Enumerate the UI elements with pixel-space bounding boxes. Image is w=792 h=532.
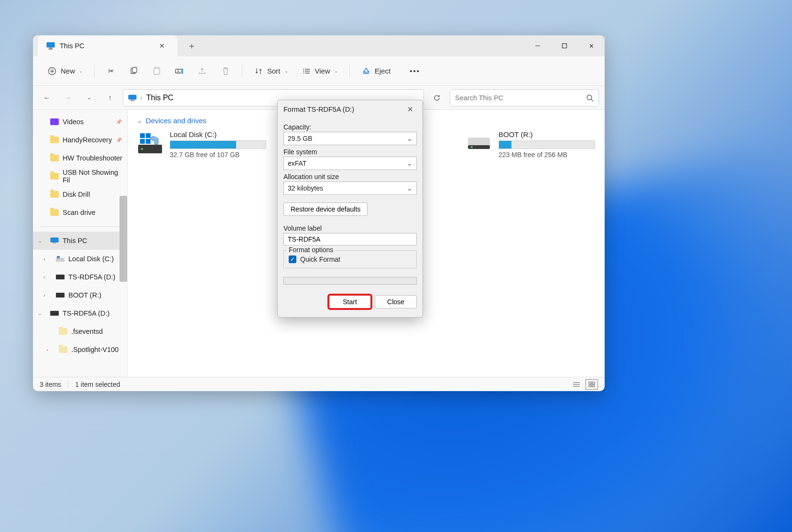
copy-icon [129, 66, 139, 76]
back-button[interactable]: ← [39, 90, 55, 106]
sidebar-item-scandrive[interactable]: Scan drive [33, 203, 127, 222]
svg-rect-23 [131, 100, 134, 101]
svg-rect-48 [589, 385, 591, 387]
dialog-close-button[interactable]: ✕ [403, 103, 417, 116]
folder-icon [50, 209, 59, 216]
rename-icon: A [175, 66, 184, 76]
sidebar-item-videos[interactable]: Videos [33, 113, 127, 131]
sidebar-item-thispc[interactable]: ⌄This PC [33, 232, 127, 250]
svg-rect-38 [140, 139, 145, 144]
svg-rect-46 [589, 382, 591, 384]
volume-label-input[interactable] [283, 233, 417, 245]
maximize-button[interactable] [551, 35, 578, 56]
chevron-down-icon: ⌄ [79, 68, 83, 74]
sort-icon [254, 66, 263, 76]
sidebar-item-localdisk[interactable]: ›Local Disk (C:) [33, 250, 127, 268]
sidebar-item-tsrdf5a-expanded[interactable]: ⌄TS-RDF5A (D:) [33, 304, 127, 322]
format-progress-bar [283, 277, 417, 285]
quick-format-checkbox[interactable]: Quick Format [289, 255, 412, 263]
svg-rect-36 [140, 133, 145, 138]
external-drive-icon [466, 130, 492, 156]
tiles-view-button[interactable] [586, 379, 598, 390]
capacity-label: Capacity: [283, 123, 417, 131]
view-button[interactable]: View ⌄ [296, 62, 344, 80]
format-dialog: Format TS-RDF5A (D:) ✕ Capacity: 29.5 GB… [277, 100, 423, 318]
drive-boot-r[interactable]: BOOT (R:) 223 MB free of 256 MB [466, 130, 595, 159]
copy-button[interactable] [123, 62, 144, 80]
rename-button[interactable]: A [169, 62, 190, 80]
forward-button[interactable]: → [60, 90, 76, 106]
tab-this-pc[interactable]: This PC ✕ [38, 35, 177, 56]
chevron-right-icon: › [46, 347, 48, 352]
svg-rect-39 [146, 139, 151, 144]
sidebar-item-spotlight[interactable]: ›.Spotlight-V100 [33, 340, 127, 359]
sidebar-item-hwtroubleshooter[interactable]: HW Troubleshooter [33, 149, 127, 167]
delete-button[interactable] [215, 62, 236, 80]
filesystem-select[interactable]: exFAT [283, 157, 417, 170]
sort-button[interactable]: Sort ⌄ [248, 62, 294, 80]
drive-icon [56, 275, 65, 279]
clipboard-icon [152, 66, 162, 76]
close-window-button[interactable]: ✕ [578, 35, 605, 56]
breadcrumb-location[interactable]: This PC [146, 94, 174, 102]
folder-icon [50, 173, 59, 180]
format-options-fieldset: Format options Quick Format [283, 250, 417, 268]
chevron-right-icon: › [43, 274, 45, 280]
drive-local-disk-c[interactable]: Local Disk (C:) 32.7 GB free of 107 GB [137, 130, 266, 159]
titlebar: This PC ✕ ＋ ✕ [33, 35, 605, 56]
start-button[interactable]: Start [329, 295, 371, 309]
svg-point-35 [141, 148, 143, 150]
status-bar: 3 items 1 item selected [33, 377, 605, 391]
svg-rect-28 [53, 243, 56, 244]
folder-icon [50, 191, 59, 198]
details-view-button[interactable] [570, 379, 583, 390]
sidebar-item-diskdrill[interactable]: Disk Drill [33, 185, 127, 203]
svg-rect-27 [51, 238, 58, 242]
drive-icon [56, 256, 65, 262]
search-input[interactable] [455, 94, 586, 102]
svg-rect-11 [155, 67, 158, 68]
more-button[interactable]: ••• [404, 62, 426, 80]
allocation-select[interactable]: 32 kilobytes [283, 181, 417, 195]
checkbox-icon [289, 255, 296, 263]
svg-rect-49 [592, 385, 595, 387]
eject-button[interactable]: Eject [356, 62, 396, 80]
svg-rect-22 [129, 95, 136, 99]
new-tab-button[interactable]: ＋ [182, 36, 201, 55]
capacity-select[interactable]: 29.5 GB [283, 132, 417, 145]
sidebar-item-handyrecovery[interactable]: HandyRecovery [33, 131, 127, 149]
restore-defaults-button[interactable]: Restore device defaults [283, 202, 368, 216]
sidebar-item-usbnotshowing[interactable]: USB Not Showing Fil [33, 167, 127, 185]
up-button[interactable]: ↑ [102, 90, 118, 106]
sidebar-item-tsrdf5a[interactable]: ›TS-RDF5A (D:) [33, 268, 127, 286]
chevron-down-icon: ⌄ [38, 310, 42, 317]
refresh-button[interactable] [429, 90, 445, 106]
chevron-right-icon: › [43, 256, 45, 262]
sidebar-item-boot[interactable]: ›BOOT (R:) [33, 286, 127, 304]
svg-rect-1 [49, 48, 52, 49]
new-button[interactable]: New ⌄ [42, 62, 88, 80]
status-selected: 1 item selected [75, 381, 120, 388]
chevron-down-icon: ⌄ [334, 68, 338, 74]
search-box[interactable] [450, 89, 599, 106]
sidebar-item-fseventsd[interactable]: .fseventsd [33, 322, 127, 340]
svg-point-42 [471, 146, 473, 148]
svg-text:A: A [177, 69, 180, 74]
eject-icon [361, 66, 371, 76]
recent-button[interactable]: ⌄ [81, 90, 97, 106]
svg-rect-29 [56, 258, 65, 262]
paste-button[interactable] [146, 62, 167, 80]
sidebar-scrollbar[interactable] [119, 196, 127, 282]
minimize-button[interactable] [524, 35, 551, 56]
svg-rect-9 [132, 67, 137, 73]
drive-icon [50, 311, 59, 316]
volume-label-label: Volume label [283, 224, 417, 232]
close-button[interactable]: Close [375, 295, 417, 309]
drive-free-text: 32.7 GB free of 107 GB [170, 151, 266, 159]
share-icon [198, 66, 207, 76]
tab-close-button[interactable]: ✕ [155, 39, 169, 53]
svg-line-26 [591, 99, 593, 101]
share-button[interactable] [192, 62, 213, 80]
cut-button[interactable]: ✂ [100, 62, 121, 80]
chevron-down-icon: ⌄ [38, 238, 42, 244]
